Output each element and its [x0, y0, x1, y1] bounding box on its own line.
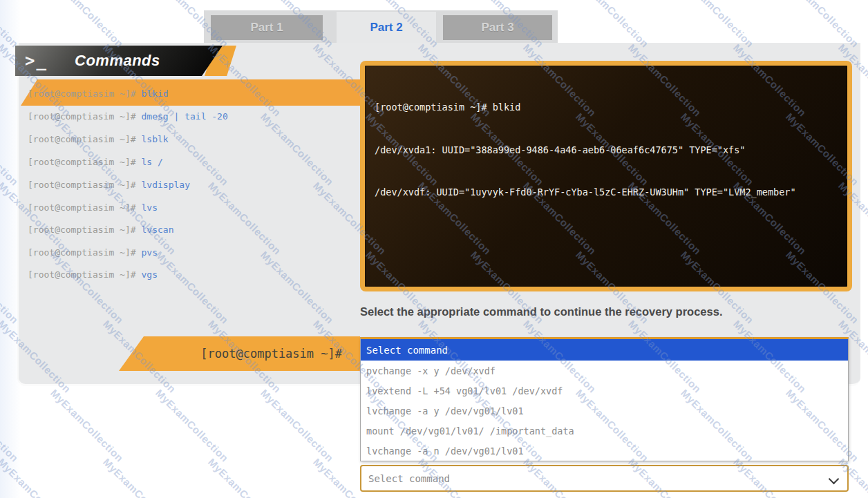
- command-row-pvs[interactable]: [root@comptiasim ~]# pvs: [28, 241, 158, 264]
- command-row-dmesg[interactable]: [root@comptiasim ~]# dmesg | tail -20: [28, 105, 228, 128]
- shell-prompt: [root@comptiasim ~]#: [28, 269, 136, 280]
- command-row-lvs[interactable]: [root@comptiasim ~]# lvs: [28, 196, 158, 219]
- shell-prompt: [root@comptiasim ~]#: [28, 180, 136, 190]
- dropdown-option-lvchange-activate[interactable]: lvchange -a y /dev/vg01/lv01: [361, 401, 848, 421]
- instruction-text: Select the appropriate command to contin…: [360, 305, 844, 318]
- command-link[interactable]: vgs: [142, 269, 158, 280]
- terminal-line: /dev/xvdf: UUID="1uyvyk-Ffd0-RrYF-cYba-l…: [375, 185, 838, 200]
- watermark-text: MyExamCollection: [48, 387, 126, 464]
- command-link[interactable]: ls /: [142, 157, 163, 167]
- shell-prompt: [root@comptiasim ~]#: [28, 202, 136, 213]
- dropdown-selected-option[interactable]: Select command: [361, 339, 848, 361]
- command-row-lvscan[interactable]: [root@comptiasim ~]# lvscan: [28, 218, 174, 241]
- dropdown-option-lvextend[interactable]: lvextend -L +54 vg01/lv01 /dev/xvdf: [361, 381, 848, 401]
- commands-title: Commands: [75, 52, 160, 70]
- tab-part-2[interactable]: Part 2: [337, 12, 436, 43]
- shell-prompt: [root@comptiasim ~]#: [28, 224, 136, 235]
- watermark-text: MyExamCollection: [206, 456, 283, 498]
- tab-part-3[interactable]: Part 3: [443, 15, 552, 40]
- terminal-output-window: [root@comptiasim ~]# blkid /dev/xvda1: U…: [360, 61, 852, 291]
- exam-simulation-page: Part 1 Part 2 Part 3 >_ Commands [root@c…: [0, 0, 868, 498]
- answer-prompt-banner: [root@comptiasim ~]#: [119, 336, 360, 371]
- dropdown-option-pvchange[interactable]: pvchange -x y /dev/xvdf: [361, 361, 848, 381]
- command-row-lvdisplay[interactable]: [root@comptiasim ~]# lvdisplay: [28, 173, 190, 196]
- dropdown-option-mount[interactable]: mount /dev/vg01/lv01/ /important_data: [361, 421, 848, 441]
- command-row-ls[interactable]: [root@comptiasim ~]# ls /: [28, 151, 163, 173]
- watermark-text: MyExamCollection: [258, 387, 336, 464]
- command-link[interactable]: lsblk: [142, 134, 169, 144]
- command-link[interactable]: dmesg | tail -20: [142, 111, 228, 122]
- commands-header: >_ Commands: [15, 46, 231, 76]
- command-row-lsblk[interactable]: [root@comptiasim ~]# lsblk: [28, 128, 169, 151]
- command-row-blkid[interactable]: [root@comptiasim ~]# blkid: [28, 82, 169, 105]
- tab-strip: Part 1 Part 2 Part 3: [204, 10, 558, 43]
- terminal-prompt-icon: >_: [25, 51, 65, 70]
- answer-shell-prompt: [root@comptiasim ~]#: [200, 347, 342, 361]
- dropdown-option-lvchange-deactivate[interactable]: lvchange -a n /dev/vg01/lv01: [361, 441, 848, 461]
- command-link[interactable]: blkid: [142, 88, 169, 99]
- watermark-text: MyExamCollection: [101, 456, 178, 498]
- command-dropdown-list: Select command pvchange -x y /dev/xvdf l…: [360, 337, 849, 461]
- watermark-text: MyExamCollection: [0, 456, 73, 498]
- tab-part-1[interactable]: Part 1: [211, 15, 323, 40]
- command-link[interactable]: lvscan: [142, 224, 174, 235]
- command-link[interactable]: pvs: [142, 247, 158, 258]
- shell-prompt: [root@comptiasim ~]#: [28, 134, 136, 144]
- command-link[interactable]: lvdisplay: [142, 180, 190, 190]
- shell-prompt: [root@comptiasim ~]#: [28, 111, 136, 122]
- command-row-vgs[interactable]: [root@comptiasim ~]# vgs: [28, 263, 158, 286]
- select-placeholder: Select command: [368, 473, 450, 484]
- shell-prompt: [root@comptiasim ~]#: [28, 157, 136, 167]
- watermark-text: MyExamCollection: [0, 387, 21, 464]
- command-link[interactable]: lvs: [142, 202, 158, 213]
- watermark-text: MyExamCollection: [153, 387, 231, 464]
- chevron-down-icon: [829, 474, 840, 485]
- terminal-line: [root@comptiasim ~]# blkid: [375, 100, 838, 115]
- terminal-output-text: [root@comptiasim ~]# blkid /dev/xvda1: U…: [365, 66, 847, 234]
- command-select[interactable]: Select command: [360, 465, 849, 492]
- shell-prompt: [root@comptiasim ~]#: [28, 88, 136, 99]
- shell-prompt: [root@comptiasim ~]#: [28, 247, 136, 258]
- terminal-line: /dev/xvda1: UUID="388a99ed-9486-4a46-aeb…: [375, 143, 838, 157]
